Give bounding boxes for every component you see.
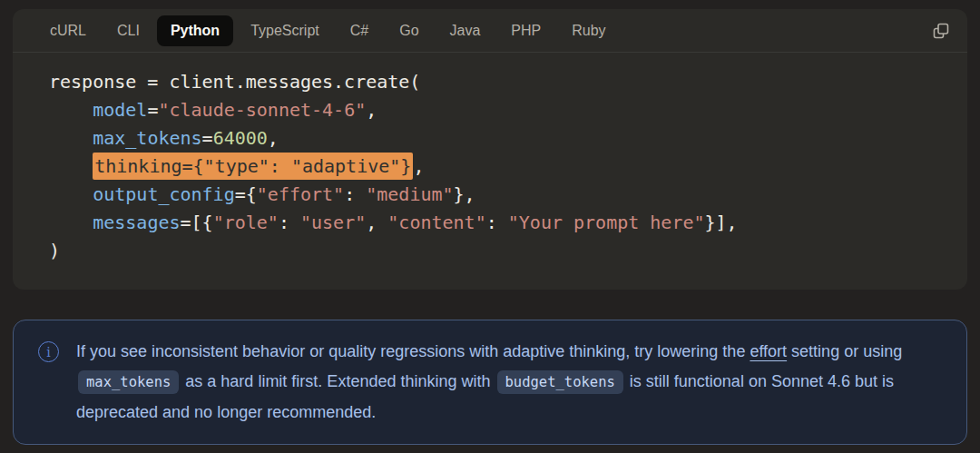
code-token: [49, 212, 93, 233]
info-callout: i If you see inconsistent behavior or qu…: [13, 320, 967, 445]
effort-link[interactable]: effort: [750, 342, 787, 360]
tab-cli[interactable]: CLI: [103, 15, 153, 46]
code-token: "user": [300, 212, 366, 233]
code-token: :: [344, 183, 366, 205]
code-token: ,: [268, 127, 279, 149]
code-block-card: cURLCLIPythonTypeScriptC#GoJavaPHPRuby r…: [13, 9, 967, 290]
code-token: [49, 155, 93, 177]
code-line: messages=[{"role": "user", "content": "Y…: [49, 209, 942, 237]
code-editor[interactable]: response = client.messages.create( model…: [13, 53, 967, 290]
tab-curl[interactable]: cURL: [36, 15, 100, 46]
copy-code-button[interactable]: [927, 17, 955, 44]
tab-python[interactable]: Python: [157, 15, 233, 46]
code-token: ,: [413, 155, 424, 177]
code-token: "medium": [366, 183, 453, 205]
language-tabs: cURLCLIPythonTypeScriptC#GoJavaPHPRuby: [36, 15, 927, 46]
code-token: messages: [93, 212, 180, 233]
code-token: "Your prompt here": [508, 212, 705, 233]
code-token: ,: [366, 212, 387, 233]
code-line: model="claude-sonnet-4-6",: [49, 96, 942, 124]
tab-java[interactable]: Java: [436, 15, 495, 46]
code-token: =: [147, 99, 158, 121]
code-token: =[{: [181, 212, 213, 233]
code-line: ): [49, 237, 942, 265]
inline-code: max_tokens: [78, 370, 179, 394]
code-token: ,: [366, 99, 377, 121]
code-token: [49, 127, 93, 149]
language-tab-bar: cURLCLIPythonTypeScriptC#GoJavaPHPRuby: [13, 9, 967, 53]
code-line: response = client.messages.create(: [49, 68, 942, 96]
tab-typescript[interactable]: TypeScript: [237, 15, 333, 46]
code-token: =: [202, 127, 213, 149]
code-token: "effort": [257, 183, 344, 205]
code-token: "role": [213, 212, 279, 233]
tab-c[interactable]: C#: [337, 15, 382, 46]
code-token: output_config: [93, 183, 235, 205]
code-token: :: [279, 212, 300, 233]
code-token: ={: [235, 183, 257, 205]
tab-ruby[interactable]: Ruby: [558, 15, 619, 46]
code-token: :: [486, 212, 508, 233]
callout-text-segment: If you see inconsistent behavior or qual…: [76, 342, 750, 360]
code-token: 64000: [213, 127, 268, 149]
info-icon: i: [38, 341, 59, 362]
code-line: output_config={"effort": "medium"},: [49, 181, 942, 209]
page: cURLCLIPythonTypeScriptC#GoJavaPHPRuby r…: [0, 9, 980, 445]
code-token: ): [49, 240, 60, 261]
code-token: "claude-sonnet-4-6": [158, 99, 366, 121]
copy-icon: [931, 21, 951, 41]
code-token: [49, 99, 93, 121]
callout-text-segment: setting or using: [787, 342, 902, 360]
tab-go[interactable]: Go: [386, 15, 432, 46]
highlighted-code: thinking={"type": "adaptive"}: [93, 153, 413, 180]
code-line: max_tokens=64000,: [49, 124, 942, 153]
callout-text-segment: as a hard limit first. Extended thinking…: [181, 372, 495, 390]
code-token: }],: [705, 212, 738, 233]
tab-php[interactable]: PHP: [497, 15, 554, 46]
code-token: response = client.messages.create(: [49, 71, 420, 93]
callout-text: If you see inconsistent behavior or qual…: [76, 337, 945, 428]
code-token: max_tokens: [93, 127, 201, 149]
code-line: thinking={"type": "adaptive"},: [49, 153, 942, 181]
code-token: },: [454, 183, 475, 205]
inline-code: budget_tokens: [497, 370, 623, 394]
code-token: [49, 183, 93, 205]
code-token: model: [93, 99, 147, 121]
code-token: "content": [387, 212, 485, 233]
